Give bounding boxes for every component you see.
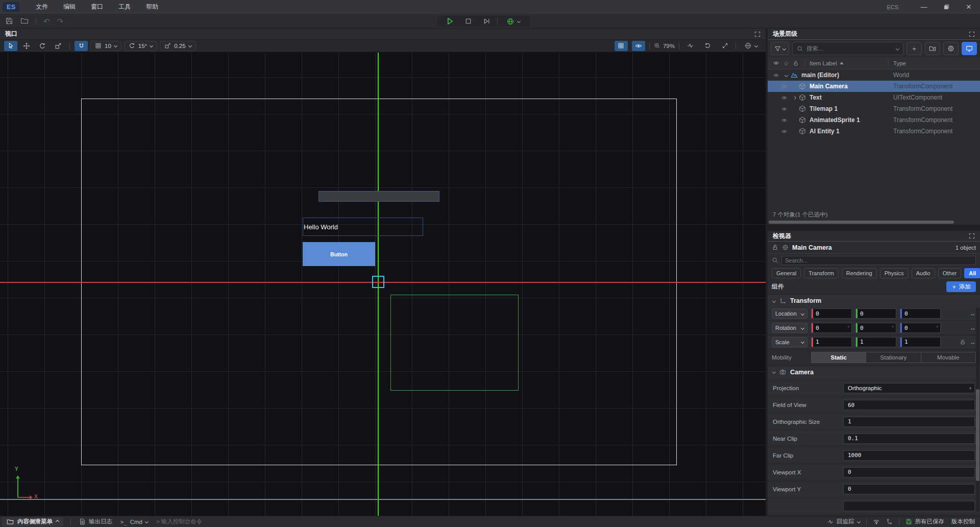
origin-handle[interactable]	[372, 276, 384, 288]
tree-row-ai-entity[interactable]: AI Entity 1 TransformComponent	[768, 126, 980, 137]
menu-help[interactable]: 帮助	[139, 1, 165, 13]
chevron-down-icon[interactable]	[784, 73, 788, 77]
viewport-y-input[interactable]	[848, 486, 970, 492]
scale-tool-button[interactable]	[52, 41, 65, 51]
tree-row-main[interactable]: main (Editor) World	[768, 69, 980, 81]
filter-button[interactable]	[771, 42, 789, 55]
redo-icon[interactable]: ↷	[57, 17, 64, 25]
location-x-input[interactable]	[813, 310, 851, 317]
tree-row-main-camera[interactable]: Main Camera TransformComponent	[768, 81, 980, 92]
location-y-input[interactable]	[857, 310, 896, 317]
eye-icon[interactable]	[781, 128, 788, 135]
chevron-right-icon[interactable]	[792, 95, 796, 99]
snap-tool-button[interactable]	[75, 41, 88, 51]
minimize-button[interactable]: —	[913, 0, 935, 14]
menu-file[interactable]: 文件	[29, 1, 55, 13]
connector-icon[interactable]	[886, 518, 893, 525]
ui-text-element[interactable]: Hello World	[303, 218, 423, 236]
location-dropdown[interactable]: Location	[772, 308, 807, 319]
inspector-search[interactable]	[781, 256, 976, 265]
viewport-expand-icon[interactable]	[754, 31, 761, 37]
near-clip-input[interactable]	[848, 435, 970, 442]
scale-y-input[interactable]	[857, 339, 896, 345]
stats-button[interactable]	[683, 41, 697, 51]
tree-row-text[interactable]: Text UITextComponent	[768, 92, 980, 103]
grid-snap-dropdown[interactable]: 10	[90, 41, 121, 51]
inspector-search-input[interactable]	[785, 257, 972, 264]
rotate-snap-dropdown[interactable]: 15°	[124, 41, 157, 51]
column-type[interactable]: Type	[893, 60, 906, 66]
menu-window[interactable]: 窗口	[84, 1, 110, 13]
add-entity-button[interactable]: ＋	[906, 42, 922, 55]
hierarchy-settings-button[interactable]	[943, 42, 959, 55]
hierarchy-expand-icon[interactable]	[969, 31, 975, 37]
eye-icon[interactable]	[781, 106, 788, 112]
tab-audio[interactable]: Audio	[912, 268, 935, 278]
move-tool-button[interactable]	[20, 41, 33, 51]
scale-snap-dropdown[interactable]: 0.25	[160, 41, 195, 51]
rotation-y-input[interactable]	[857, 325, 896, 331]
lock-scale-icon[interactable]	[960, 339, 966, 345]
restore-button[interactable]	[935, 0, 958, 14]
tab-rendering[interactable]: Rendering	[842, 268, 877, 278]
orthographic-size-input[interactable]	[848, 418, 970, 425]
console-command-placeholder[interactable]: > 输入控制台命令	[156, 518, 202, 525]
reset-view-button[interactable]	[701, 41, 714, 51]
lock-column-icon[interactable]	[793, 60, 799, 66]
tab-general[interactable]: General	[772, 268, 801, 278]
app-logo[interactable]: ES	[3, 2, 19, 12]
hierarchy-search-input[interactable]	[806, 45, 893, 52]
mobility-stationary[interactable]: Stationary	[866, 352, 921, 363]
zoom-indicator[interactable]: 79%	[654, 42, 675, 49]
add-folder-button[interactable]	[925, 42, 940, 55]
run-target-dropdown[interactable]	[501, 16, 525, 27]
tree-row-tilemap[interactable]: Tilemap 1 TransformComponent	[768, 103, 980, 114]
camera-section-header[interactable]: Camera	[768, 366, 980, 378]
tab-other[interactable]: Other	[938, 268, 962, 278]
eye-icon[interactable]	[781, 83, 788, 90]
scale-dropdown[interactable]: Scale	[772, 337, 807, 347]
lock-icon[interactable]	[772, 244, 778, 251]
viewport-x-input[interactable]	[848, 469, 970, 475]
menu-edit[interactable]: 编辑	[56, 1, 83, 13]
mobility-movable[interactable]: Movable	[921, 352, 975, 363]
cmd-dropdown[interactable]: >_ Cmd	[120, 519, 148, 525]
hierarchy-hscrollbar[interactable]	[768, 220, 980, 225]
stop-button[interactable]	[460, 16, 476, 27]
content-drawer-button[interactable]: 内容侧滑菜单	[2, 517, 63, 526]
tree-row-animatedsprite[interactable]: AnimatedSprite 1 TransformComponent	[768, 114, 980, 126]
close-button[interactable]: ✕	[958, 0, 980, 14]
rotation-z-input[interactable]	[902, 325, 940, 331]
play-button[interactable]	[442, 16, 457, 27]
star-column-icon[interactable]: ☆	[783, 60, 789, 67]
link-axes-icon[interactable]: ↔	[970, 310, 976, 317]
add-component-button[interactable]: ＋添加	[946, 281, 976, 292]
rotate-tool-button[interactable]	[36, 41, 49, 51]
location-z-input[interactable]	[902, 310, 940, 317]
ui-button-element[interactable]: Button	[303, 242, 375, 266]
scale-x-input[interactable]	[813, 339, 851, 345]
scale-z-input[interactable]	[902, 339, 940, 345]
column-item-label[interactable]: Item Label	[810, 60, 844, 66]
output-log-button[interactable]: 输出日志	[79, 518, 112, 525]
far-clip-input[interactable]	[848, 452, 970, 459]
eye-column-icon[interactable]	[773, 60, 779, 66]
mobility-static[interactable]: Static	[812, 352, 866, 363]
inspector-expand-icon[interactable]	[969, 233, 975, 239]
show-grid-button[interactable]	[615, 41, 628, 51]
select-tool-button[interactable]	[4, 41, 17, 51]
rotation-x-input[interactable]	[813, 325, 851, 331]
save-icon[interactable]	[5, 17, 13, 25]
link-axes-icon[interactable]: ↔	[970, 324, 976, 331]
tab-transform[interactable]: Transform	[804, 268, 839, 278]
field-of-view-input[interactable]	[848, 402, 970, 409]
projection-select[interactable]: Orthographic ▾	[843, 383, 975, 393]
eye-icon[interactable]	[781, 94, 788, 101]
view-mode-dropdown[interactable]	[740, 41, 762, 51]
scene-canvas[interactable]: Hello World Button Y X	[0, 53, 766, 516]
display-mode-button[interactable]	[962, 42, 977, 55]
gear-icon[interactable]	[782, 244, 789, 251]
inspector-scrollbar[interactable]	[976, 307, 979, 512]
tab-all[interactable]: All	[964, 268, 980, 278]
eye-icon[interactable]	[773, 72, 779, 79]
